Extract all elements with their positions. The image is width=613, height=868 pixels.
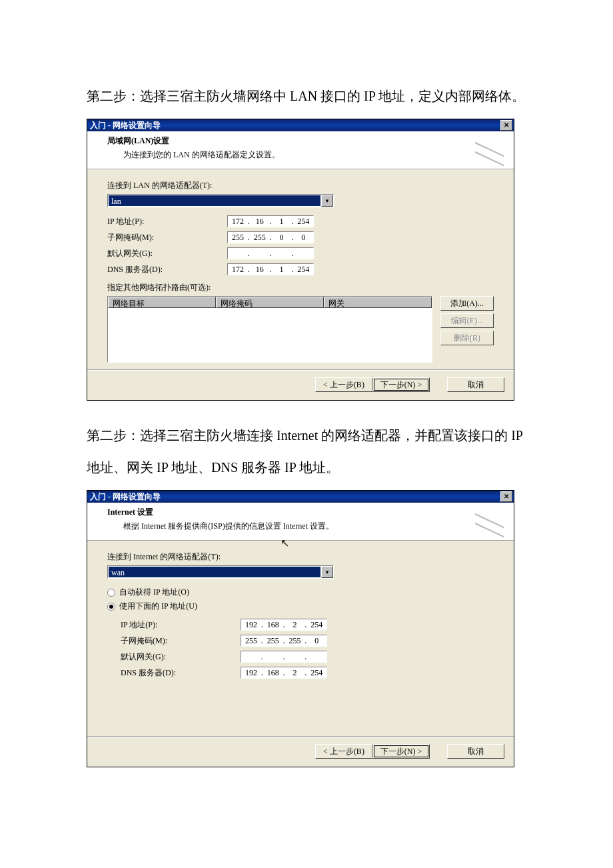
next-button[interactable]: 下一步(N) > xyxy=(372,377,430,392)
header-panel: Internet 设置 根据 Internet 服务提供商(ISP)提供的信息设… xyxy=(87,503,514,541)
gateway-input[interactable]: . . . xyxy=(227,247,314,259)
radio-auto-label: 自动获得 IP 地址(O) xyxy=(119,587,189,598)
dns-input[interactable]: 192. 168. 2. 254 xyxy=(241,667,327,679)
adapter-value: wan xyxy=(109,567,320,577)
radio-auto-ip[interactable]: 自动获得 IP 地址(O) xyxy=(107,587,494,598)
mask-label: 子网掩码(M): xyxy=(121,635,241,647)
gateway-label: 默认网关(G): xyxy=(107,248,227,259)
wizard-lines-icon xyxy=(475,135,507,162)
back-button[interactable]: < 上一步(B) xyxy=(315,744,372,759)
adapter-label: 连接到 Internet 的网络适配器(T): xyxy=(107,551,494,563)
col-mask[interactable]: 网络掩码 xyxy=(216,297,324,308)
wizard-lines-icon xyxy=(475,507,507,533)
routes-section-label: 指定其他网络拓扑路由(可选): xyxy=(107,282,494,293)
mask-input[interactable]: 255. 255. 0. 0 xyxy=(227,231,314,243)
adapter-combobox[interactable]: wan ▼ xyxy=(107,565,334,579)
col-destination[interactable]: 网络目标 xyxy=(108,297,216,308)
gateway-input[interactable]: . . . xyxy=(241,651,327,663)
caption-step2-internet: 第二步：选择三宿主防火墙连接 Internet 的网络适配器，并配置该接口的 I… xyxy=(87,419,526,483)
cancel-button[interactable]: 取消 xyxy=(447,744,504,759)
mask-label: 子网掩码(M): xyxy=(107,232,227,243)
titlebar: 入门 - 网络设置向导 ✕ xyxy=(87,491,514,503)
cancel-button[interactable]: 取消 xyxy=(447,377,504,392)
gateway-label: 默认网关(G): xyxy=(121,651,241,663)
dialog-title: 入门 - 网络设置向导 xyxy=(90,120,161,131)
next-button[interactable]: 下一步(N) > xyxy=(372,744,430,759)
mask-input[interactable]: 255. 255. 255. 0 xyxy=(241,635,327,647)
col-gateway[interactable]: 网关 xyxy=(324,297,432,308)
ip-label: IP 地址(P): xyxy=(107,216,227,227)
header-title: Internet 设置 xyxy=(107,507,334,518)
radio-manual-label: 使用下面的 IP 地址(U) xyxy=(119,601,197,612)
header-panel: 局域网(LAN)设置 为连接到您的 LAN 的网络适配器定义设置。 xyxy=(87,131,514,169)
internet-settings-dialog: 入门 - 网络设置向导 ✕ Internet 设置 根据 Internet 服务… xyxy=(87,490,514,767)
dns-label: DNS 服务器(D): xyxy=(107,264,227,275)
adapter-label: 连接到 LAN 的网络适配器(T): xyxy=(107,180,494,191)
radio-manual-ip[interactable]: 使用下面的 IP 地址(U) xyxy=(107,601,494,612)
caption-step2-lan: 第二步：选择三宿主防火墙网络中 LAN 接口的 IP 地址，定义内部网络体。 xyxy=(87,80,526,112)
delete-button: 删除(R) xyxy=(440,331,494,345)
radio-icon xyxy=(107,603,115,611)
dns-label: DNS 服务器(D): xyxy=(121,667,241,679)
dialog-title: 入门 - 网络设置向导 xyxy=(90,491,161,503)
cursor-icon: ↖ xyxy=(281,537,289,549)
header-subtitle: 为连接到您的 LAN 的网络适配器定义设置。 xyxy=(107,149,280,161)
header-subtitle: 根据 Internet 服务提供商(ISP)提供的信息设置 Internet 设… xyxy=(107,521,334,532)
adapter-value: lan xyxy=(109,195,320,206)
ip-input[interactable]: 172. 16. 1. 254 xyxy=(227,215,314,227)
ip-input[interactable]: 192. 168. 2. 254 xyxy=(241,619,327,631)
chevron-down-icon[interactable]: ▼ xyxy=(321,195,333,207)
back-button[interactable]: < 上一步(B) xyxy=(315,377,372,392)
chevron-down-icon[interactable]: ▼ xyxy=(321,566,333,578)
close-icon[interactable]: ✕ xyxy=(500,120,512,131)
radio-icon xyxy=(107,589,115,597)
routes-listview[interactable]: 网络目标 网络掩码 网关 xyxy=(107,296,432,363)
titlebar: 入门 - 网络设置向导 ✕ xyxy=(87,119,514,131)
header-title: 局域网(LAN)设置 xyxy=(107,135,280,147)
ip-label: IP 地址(P): xyxy=(121,619,241,631)
adapter-combobox[interactable]: lan ▼ xyxy=(107,194,334,207)
close-icon[interactable]: ✕ xyxy=(500,491,512,502)
dns-input[interactable]: 172. 16. 1. 254 xyxy=(227,263,314,275)
edit-button: 编辑(E)... xyxy=(440,313,494,328)
add-button[interactable]: 添加(A)... xyxy=(440,296,494,311)
lan-settings-dialog: 入门 - 网络设置向导 ✕ 局域网(LAN)设置 为连接到您的 LAN 的网络适… xyxy=(87,119,514,401)
